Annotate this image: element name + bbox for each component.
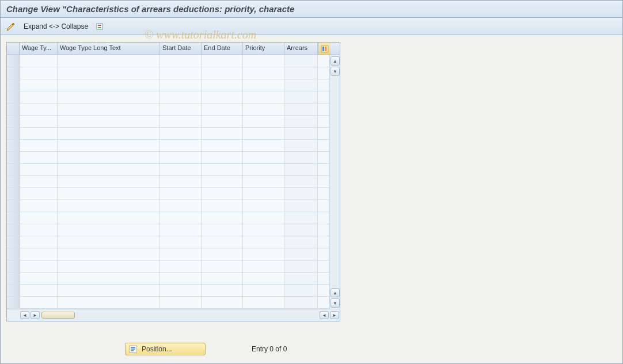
cell[interactable] (20, 79, 58, 91)
cell[interactable] (160, 260, 202, 272)
cell[interactable] (202, 91, 243, 103)
cell[interactable] (243, 128, 284, 139)
row-selector[interactable] (7, 55, 20, 67)
cell[interactable] (160, 104, 202, 115)
cell[interactable] (202, 67, 243, 79)
cell[interactable] (20, 140, 58, 151)
col-header-start-date[interactable]: Start Date (160, 43, 202, 55)
cell[interactable] (284, 200, 318, 212)
scroll-down-step-button[interactable]: ▲ (331, 288, 340, 297)
cell[interactable] (202, 152, 243, 163)
cell[interactable] (202, 140, 243, 151)
scroll-up-step-button[interactable]: ▼ (331, 67, 340, 76)
cell[interactable] (160, 152, 202, 163)
cell[interactable] (58, 260, 160, 272)
table-row[interactable] (7, 297, 329, 309)
cell[interactable] (160, 236, 202, 248)
cell[interactable] (58, 55, 160, 67)
cell[interactable] (243, 67, 284, 79)
cell[interactable] (20, 212, 58, 224)
table-row[interactable] (7, 116, 329, 128)
col-header-wage-type-long-text[interactable]: Wage Type Long Text (58, 43, 160, 55)
cell[interactable] (243, 152, 284, 163)
cell[interactable] (243, 260, 284, 272)
expand-collapse-button[interactable]: Expand <-> Collapse (20, 21, 92, 32)
table-row[interactable] (7, 285, 329, 297)
cell[interactable] (243, 297, 284, 308)
table-row[interactable] (7, 188, 329, 200)
cell[interactable] (58, 79, 160, 91)
cell[interactable] (160, 128, 202, 139)
table-row[interactable] (7, 152, 329, 164)
cell[interactable] (160, 285, 202, 296)
cell[interactable] (202, 224, 243, 236)
cell[interactable] (284, 79, 318, 91)
cell[interactable] (160, 91, 202, 103)
delimit-icon[interactable] (95, 22, 104, 31)
cell[interactable] (202, 285, 243, 296)
cell[interactable] (20, 260, 58, 272)
cell[interactable] (58, 67, 160, 79)
cell[interactable] (58, 140, 160, 151)
cell[interactable] (20, 285, 58, 296)
col-header-priority[interactable]: Priority (243, 43, 284, 55)
cell[interactable] (284, 260, 318, 272)
cell[interactable] (243, 212, 284, 224)
cell[interactable] (284, 91, 318, 103)
cell[interactable] (284, 273, 318, 284)
table-row[interactable] (7, 79, 329, 91)
row-selector[interactable] (7, 79, 20, 91)
col-header-wage-type[interactable]: Wage Ty... (20, 43, 58, 55)
cell[interactable] (58, 128, 160, 139)
cell[interactable] (284, 164, 318, 175)
cell[interactable] (202, 116, 243, 127)
row-selector[interactable] (7, 67, 20, 79)
cell[interactable] (284, 140, 318, 151)
cell[interactable] (58, 236, 160, 248)
scroll-right-button[interactable]: ◄ (320, 311, 329, 319)
cell[interactable] (58, 116, 160, 127)
cell[interactable] (20, 248, 58, 260)
cell[interactable] (20, 55, 58, 67)
cell[interactable] (243, 273, 284, 284)
table-row[interactable] (7, 140, 329, 152)
cell[interactable] (58, 273, 160, 284)
cell[interactable] (58, 297, 160, 308)
cell[interactable] (20, 188, 58, 200)
cell[interactable] (20, 224, 58, 236)
cell[interactable] (202, 79, 243, 91)
table-row[interactable] (7, 55, 329, 67)
cell[interactable] (243, 188, 284, 200)
cell[interactable] (284, 116, 318, 127)
cell[interactable] (202, 297, 243, 308)
cell[interactable] (284, 188, 318, 200)
scroll-thumb[interactable] (41, 312, 75, 319)
row-selector[interactable] (7, 128, 20, 139)
cell[interactable] (58, 152, 160, 163)
cell[interactable] (243, 248, 284, 260)
cell[interactable] (243, 224, 284, 236)
cell[interactable] (284, 285, 318, 296)
scroll-last-button[interactable]: ► (330, 311, 339, 319)
col-header-arrears[interactable]: Arrears (284, 43, 318, 55)
cell[interactable] (20, 273, 58, 284)
cell[interactable] (202, 248, 243, 260)
table-row[interactable] (7, 212, 329, 224)
cell[interactable] (202, 212, 243, 224)
cell[interactable] (202, 188, 243, 200)
cell[interactable] (20, 176, 58, 187)
scroll-left-button[interactable]: ► (31, 311, 40, 319)
table-row[interactable] (7, 236, 329, 248)
cell[interactable] (284, 236, 318, 248)
row-selector[interactable] (7, 297, 20, 308)
row-selector[interactable] (7, 152, 20, 163)
cell[interactable] (160, 164, 202, 175)
row-selector[interactable] (7, 236, 20, 248)
cell[interactable] (284, 152, 318, 163)
cell[interactable] (243, 104, 284, 115)
cell[interactable] (58, 224, 160, 236)
cell[interactable] (202, 128, 243, 139)
cell[interactable] (20, 297, 58, 308)
table-settings-button[interactable] (318, 43, 331, 55)
cell[interactable] (20, 236, 58, 248)
